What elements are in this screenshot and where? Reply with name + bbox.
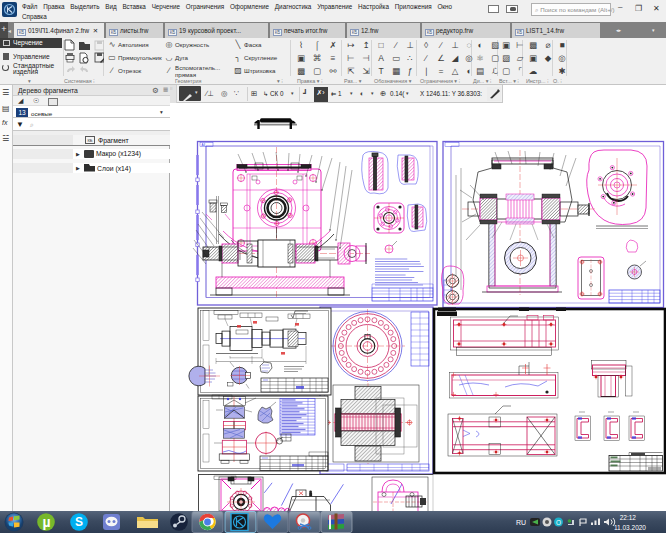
svg-text:11.03.2020: 11.03.2020 [614, 524, 646, 531]
svg-text:O: O [556, 519, 561, 526]
svg-text:А4: А4 [202, 143, 206, 147]
svg-text:22:12: 22:12 [620, 514, 637, 521]
svg-text:µ: µ [42, 514, 50, 530]
svg-text:RU: RU [516, 519, 526, 526]
svg-text:S: S [75, 515, 83, 529]
